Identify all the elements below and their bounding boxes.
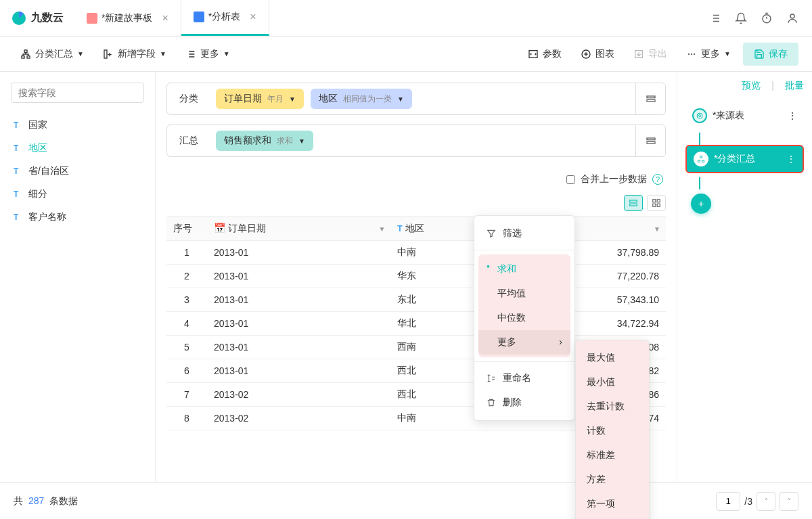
search-field[interactable]: [18, 87, 137, 98]
field-item[interactable]: T细分: [11, 183, 144, 206]
chevron-down-icon[interactable]: ▼: [654, 225, 660, 233]
svg-rect-22: [657, 204, 660, 206]
more2-button[interactable]: 更多 ▼: [679, 44, 738, 64]
user-icon[interactable]: [786, 12, 798, 24]
help-icon[interactable]: ?: [652, 174, 663, 185]
dimension-pill[interactable]: 订单日期年月▼: [216, 89, 304, 109]
expand-button[interactable]: [635, 83, 665, 114]
tab-storyboard[interactable]: *新建故事板 ×: [74, 0, 181, 36]
rename-menu-item[interactable]: 重命名: [474, 366, 574, 390]
add-step-button[interactable]: +: [691, 194, 711, 214]
svg-point-11: [694, 53, 695, 55]
text-type-icon: T: [14, 212, 23, 222]
dimension-pill[interactable]: 销售额求和求和▼: [216, 131, 313, 151]
chart-button[interactable]: 图表: [574, 44, 621, 64]
footer: 共 287 条数据 /3 ˄ ˅: [0, 482, 812, 519]
field-item[interactable]: T客户名称: [11, 206, 144, 229]
panel-tabs: 预览 | 批量: [685, 80, 804, 92]
summary-row: 汇总 销售额求和求和▼: [166, 125, 666, 157]
search-input[interactable]: [11, 83, 144, 103]
prev-page-button[interactable]: ˄: [757, 492, 775, 511]
params-button[interactable]: 参数: [521, 44, 568, 64]
field-list: T国家T地区T省/自治区T细分T客户名称: [11, 114, 144, 229]
row-count: 共 287 条数据: [14, 495, 78, 507]
delete-menu-item[interactable]: 删除: [474, 390, 574, 415]
agg-avg[interactable]: 平均值: [478, 281, 570, 306]
dimension-pill[interactable]: 地区相同值为一类▼: [311, 89, 412, 109]
svg-rect-13: [647, 96, 655, 98]
agg-sum[interactable]: 求和: [478, 257, 570, 281]
chart-icon: [194, 12, 204, 22]
table-row[interactable]: 42013-01华北34,722.94: [166, 312, 666, 336]
list-icon: [185, 49, 196, 60]
chevron-down-icon[interactable]: ▼: [378, 225, 385, 233]
summary-label: 汇总: [167, 135, 210, 147]
tab-analysis[interactable]: *分析表 ×: [181, 0, 269, 36]
save-button[interactable]: 保存: [743, 43, 798, 66]
more-vertical-icon[interactable]: ⋮: [786, 154, 796, 164]
next-page-button[interactable]: ˅: [780, 492, 798, 511]
plus-circle-icon: [581, 49, 591, 60]
svg-rect-26: [698, 160, 700, 162]
agg-option[interactable]: 方差: [576, 468, 649, 492]
merge-checkbox[interactable]: [566, 175, 575, 184]
add-column-icon: [103, 49, 114, 60]
grid-view-button[interactable]: [647, 195, 666, 211]
agg-option[interactable]: 标准差: [576, 443, 649, 468]
agg-option[interactable]: 去重计数: [576, 394, 649, 419]
field-item[interactable]: T地区: [11, 137, 144, 160]
merge-label: 合并上一步数据: [581, 173, 647, 185]
agg-option[interactable]: 第一项: [576, 492, 649, 516]
export-button: 导出: [627, 44, 674, 64]
close-icon[interactable]: ×: [162, 12, 168, 24]
svg-point-23: [697, 113, 702, 118]
trash-icon: [487, 398, 496, 407]
list-icon[interactable]: [709, 12, 721, 24]
table-view-button[interactable]: [624, 195, 643, 211]
timer-icon[interactable]: [761, 12, 773, 24]
field-item[interactable]: T国家: [11, 114, 144, 137]
batch-tab[interactable]: 批量: [785, 80, 804, 92]
table-row[interactable]: 22013-01华东77,220.78: [166, 265, 666, 288]
filter-icon: [487, 229, 496, 238]
group-summary-button[interactable]: 分类汇总 ▼: [14, 44, 91, 64]
column-header[interactable]: 📅订单日期▼: [207, 217, 390, 241]
agg-median[interactable]: 中位数: [478, 306, 570, 330]
export-icon: [633, 49, 644, 60]
agg-option[interactable]: 最小值: [576, 370, 649, 394]
preview-tab[interactable]: 预览: [742, 80, 761, 92]
source-node[interactable]: *来源表 ⋮: [685, 103, 804, 129]
svg-point-24: [699, 115, 701, 117]
agg-option[interactable]: 计数: [576, 419, 649, 443]
more-button[interactable]: 更多 ▼: [179, 44, 237, 64]
field-item[interactable]: T省/自治区: [11, 160, 144, 183]
svg-rect-25: [700, 156, 702, 158]
save-icon: [754, 49, 765, 60]
view-toggle: [166, 192, 666, 217]
hierarchy-icon: [694, 152, 708, 166]
logo-icon: [11, 10, 27, 26]
svg-rect-15: [647, 138, 655, 140]
agg-more[interactable]: 更多›: [478, 330, 570, 355]
step-node[interactable]: *分类汇总 ⋮: [685, 145, 804, 173]
close-icon[interactable]: ×: [250, 11, 256, 23]
chevron-down-icon: ▼: [77, 50, 84, 58]
more-vertical-icon[interactable]: ⋮: [788, 110, 797, 121]
filter-menu-item[interactable]: 筛选: [474, 221, 574, 246]
agg-option[interactable]: 最大值: [576, 346, 649, 370]
bell-icon[interactable]: [735, 12, 747, 24]
rename-icon: [487, 374, 496, 383]
add-field-button[interactable]: 新增字段 ▼: [96, 44, 173, 64]
chevron-down-icon: ▼: [160, 50, 166, 58]
table-row[interactable]: 12013-01中南37,798.89: [166, 241, 666, 265]
chevron-down-icon: ▼: [223, 50, 230, 58]
column-header[interactable]: 序号: [166, 217, 207, 241]
chevron-down-icon: ▼: [289, 95, 296, 103]
page-input[interactable]: [716, 492, 740, 511]
hierarchy-icon: [20, 49, 31, 60]
expand-button[interactable]: [635, 125, 665, 156]
agg-option[interactable]: 最后一项: [576, 516, 649, 519]
toolbar: 分类汇总 ▼ 新增字段 ▼ 更多 ▼ 参数 图表 导出 更多 ▼ 保存: [0, 37, 812, 72]
table-row[interactable]: 32013-01东北57,343.10: [166, 288, 666, 312]
chevron-down-icon: ▼: [397, 95, 404, 103]
